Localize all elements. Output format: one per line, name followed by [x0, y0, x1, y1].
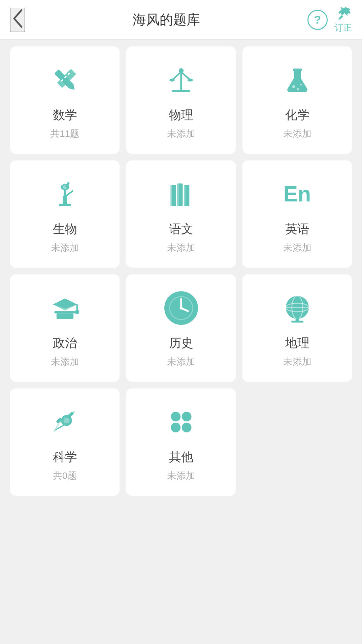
- pin-label: 订正: [334, 22, 352, 34]
- english-count: 未添加: [283, 241, 311, 254]
- svg-rect-6: [180, 71, 182, 91]
- politics-icon: [48, 291, 82, 325]
- svg-point-12: [292, 85, 295, 88]
- svg-rect-26: [177, 184, 179, 206]
- geography-icon: [281, 291, 314, 325]
- geography-count: 未添加: [283, 355, 311, 368]
- subject-card-geography[interactable]: 地理 未添加: [242, 274, 352, 382]
- other-count: 未添加: [167, 469, 195, 482]
- biology-name: 生物: [53, 221, 77, 237]
- math-count: 共11题: [50, 127, 79, 140]
- physics-count: 未添加: [167, 127, 195, 140]
- chinese-icon: [164, 177, 198, 211]
- svg-rect-25: [171, 185, 172, 206]
- pin-button[interactable]: 订正: [334, 6, 352, 34]
- biology-count: 未添加: [51, 241, 79, 254]
- chemistry-count: 未添加: [283, 127, 311, 140]
- english-name: 英语: [285, 221, 309, 237]
- svg-point-52: [171, 423, 180, 432]
- physics-name: 物理: [169, 107, 193, 123]
- pin-icon: [335, 6, 351, 22]
- math-name: 数学: [53, 107, 77, 123]
- subjects-grid: 数学 共11题 物理 未添加: [0, 40, 362, 506]
- help-button[interactable]: ?: [307, 10, 328, 30]
- chemistry-name: 化学: [285, 107, 309, 123]
- svg-point-33: [75, 310, 79, 314]
- svg-line-21: [66, 191, 72, 196]
- subject-card-chemistry[interactable]: 化学 未添加: [242, 46, 352, 154]
- chinese-name: 语文: [169, 221, 193, 237]
- english-icon: En: [281, 177, 314, 211]
- subject-card-biology[interactable]: 生物 未添加: [10, 160, 120, 268]
- svg-marker-30: [53, 298, 77, 309]
- svg-rect-27: [184, 185, 186, 206]
- header-actions: ? 订正: [307, 6, 352, 34]
- subject-card-science[interactable]: 科学 共0题: [10, 388, 120, 496]
- svg-line-9: [181, 72, 190, 80]
- biology-icon: [48, 177, 82, 211]
- politics-count: 未添加: [51, 355, 79, 368]
- svg-rect-44: [291, 321, 303, 323]
- svg-line-8: [172, 72, 181, 80]
- other-icon: [164, 405, 198, 439]
- math-icon: [48, 63, 82, 97]
- chinese-count: 未添加: [167, 241, 195, 254]
- science-name: 科学: [53, 449, 77, 465]
- subject-card-english[interactable]: En 英语 未添加: [242, 160, 352, 268]
- politics-name: 政治: [53, 335, 77, 351]
- subject-card-history[interactable]: 历史 未添加: [126, 274, 236, 382]
- history-count: 未添加: [167, 355, 195, 368]
- subject-card-politics[interactable]: 政治 未添加: [10, 274, 120, 382]
- geography-name: 地理: [285, 335, 309, 351]
- back-button[interactable]: [10, 8, 25, 32]
- svg-point-53: [182, 423, 191, 432]
- history-name: 历史: [169, 335, 193, 351]
- science-icon: [48, 405, 82, 439]
- svg-rect-28: [54, 311, 75, 313]
- svg-point-13: [297, 88, 299, 90]
- svg-point-50: [171, 412, 180, 421]
- other-name: 其他: [169, 449, 193, 465]
- svg-rect-11: [293, 69, 302, 71]
- history-icon: [164, 291, 198, 325]
- subject-card-chinese[interactable]: 语文 未添加: [126, 160, 236, 268]
- chemistry-icon: [281, 63, 314, 97]
- svg-rect-7: [172, 90, 190, 92]
- svg-point-51: [182, 412, 191, 421]
- svg-point-38: [179, 307, 183, 310]
- svg-point-14: [300, 84, 302, 85]
- svg-rect-29: [56, 313, 73, 319]
- svg-point-10: [178, 68, 183, 73]
- subject-card-physics[interactable]: 物理 未添加: [126, 46, 236, 154]
- subject-card-other[interactable]: 其他 未添加: [126, 388, 236, 496]
- app-header: 海风的题库 ? 订正: [0, 0, 362, 40]
- physics-icon: [164, 63, 198, 97]
- science-count: 共0题: [53, 469, 77, 482]
- svg-rect-16: [59, 204, 71, 206]
- subject-card-math[interactable]: 数学 共11题: [10, 46, 120, 154]
- page-title: 海风的题库: [133, 10, 200, 29]
